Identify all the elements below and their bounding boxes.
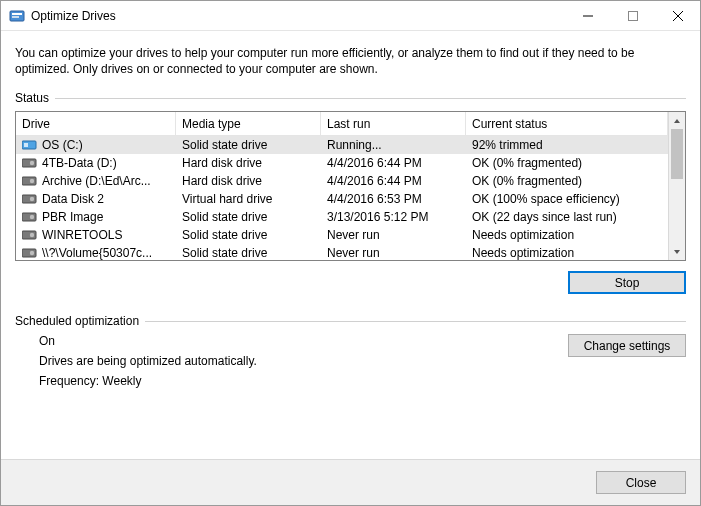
drive-row[interactable]: \\?\Volume{50307c...Solid state driveNev…: [16, 244, 668, 260]
drive-row[interactable]: 4TB-Data (D:)Hard disk drive4/4/2016 6:4…: [16, 154, 668, 172]
scroll-thumb[interactable]: [671, 129, 683, 179]
col-header-lastrun[interactable]: Last run: [321, 112, 466, 135]
drive-name: WINRETOOLS: [42, 228, 122, 242]
svg-rect-5: [24, 143, 28, 147]
drive-lastrun: Never run: [321, 246, 466, 260]
col-header-status[interactable]: Current status: [466, 112, 668, 135]
close-dialog-button[interactable]: Close: [596, 471, 686, 494]
maximize-button[interactable]: [610, 1, 655, 30]
drive-status: Needs optimization: [466, 228, 668, 242]
drive-lastrun: Running...: [321, 138, 466, 152]
status-section-header: Status: [15, 91, 686, 105]
svg-rect-2: [12, 16, 19, 18]
svg-point-13: [30, 215, 34, 219]
drive-media: Hard disk drive: [176, 156, 321, 170]
window-title: Optimize Drives: [31, 9, 565, 23]
drive-lastrun: Never run: [321, 228, 466, 242]
dialog-footer: Close: [1, 459, 700, 505]
col-header-media[interactable]: Media type: [176, 112, 321, 135]
drive-row[interactable]: PBR ImageSolid state drive3/13/2016 5:12…: [16, 208, 668, 226]
schedule-state: On: [39, 334, 516, 348]
drive-status: OK (0% fragmented): [466, 174, 668, 188]
svg-point-11: [30, 197, 34, 201]
drive-lastrun: 4/4/2016 6:44 PM: [321, 156, 466, 170]
drive-row[interactable]: Data Disk 2Virtual hard drive4/4/2016 6:…: [16, 190, 668, 208]
drive-media: Hard disk drive: [176, 174, 321, 188]
drive-lastrun: 4/4/2016 6:44 PM: [321, 174, 466, 188]
vertical-scrollbar[interactable]: [668, 112, 685, 260]
drive-row[interactable]: Archive (D:\Ed\Arc...Hard disk drive4/4/…: [16, 172, 668, 190]
drive-media: Solid state drive: [176, 138, 321, 152]
scroll-track[interactable]: [669, 129, 685, 243]
schedule-frequency: Frequency: Weekly: [39, 374, 516, 388]
drive-name: Archive (D:\Ed\Arc...: [42, 174, 151, 188]
drive-icon: [22, 139, 38, 151]
stop-button[interactable]: Stop: [568, 271, 686, 294]
schedule-desc: Drives are being optimized automatically…: [39, 354, 516, 368]
drive-row[interactable]: WINRETOOLSSolid state driveNever runNeed…: [16, 226, 668, 244]
titlebar: Optimize Drives: [1, 1, 700, 31]
drives-listview[interactable]: Drive Media type Last run Current status…: [15, 111, 686, 261]
drive-name: 4TB-Data (D:): [42, 156, 117, 170]
drive-media: Solid state drive: [176, 228, 321, 242]
svg-point-9: [30, 179, 34, 183]
drive-media: Virtual hard drive: [176, 192, 321, 206]
drive-status: 92% trimmed: [466, 138, 668, 152]
drive-status: OK (0% fragmented): [466, 156, 668, 170]
drive-icon: [22, 229, 38, 241]
col-header-drive[interactable]: Drive: [16, 112, 176, 135]
divider: [145, 321, 686, 322]
svg-point-17: [30, 251, 34, 255]
drive-media: Solid state drive: [176, 246, 321, 260]
drive-icon: [22, 157, 38, 169]
app-icon: [9, 8, 25, 24]
drive-lastrun: 4/4/2016 6:53 PM: [321, 192, 466, 206]
scroll-down-icon[interactable]: [669, 243, 685, 260]
svg-rect-3: [628, 11, 637, 20]
change-settings-button[interactable]: Change settings: [568, 334, 686, 357]
drive-name: OS (C:): [42, 138, 83, 152]
svg-point-7: [30, 161, 34, 165]
drive-name: Data Disk 2: [42, 192, 104, 206]
schedule-section-header: Scheduled optimization: [15, 314, 686, 328]
drive-media: Solid state drive: [176, 210, 321, 224]
divider: [55, 98, 686, 99]
drive-icon: [22, 193, 38, 205]
svg-point-15: [30, 233, 34, 237]
svg-rect-1: [12, 13, 22, 15]
drive-icon: [22, 247, 38, 259]
drive-row[interactable]: OS (C:)Solid state driveRunning...92% tr…: [16, 136, 668, 154]
drive-status: OK (22 days since last run): [466, 210, 668, 224]
status-label: Status: [15, 91, 49, 105]
drive-status: Needs optimization: [466, 246, 668, 260]
drive-lastrun: 3/13/2016 5:12 PM: [321, 210, 466, 224]
schedule-label: Scheduled optimization: [15, 314, 139, 328]
listview-header: Drive Media type Last run Current status: [16, 112, 668, 136]
drive-icon: [22, 175, 38, 187]
window-controls: [565, 1, 700, 30]
close-button[interactable]: [655, 1, 700, 30]
drive-name: \\?\Volume{50307c...: [42, 246, 152, 260]
drive-name: PBR Image: [42, 210, 103, 224]
intro-text: You can optimize your drives to help you…: [15, 45, 686, 77]
drive-status: OK (100% space efficiency): [466, 192, 668, 206]
drive-icon: [22, 211, 38, 223]
scroll-up-icon[interactable]: [669, 112, 685, 129]
minimize-button[interactable]: [565, 1, 610, 30]
